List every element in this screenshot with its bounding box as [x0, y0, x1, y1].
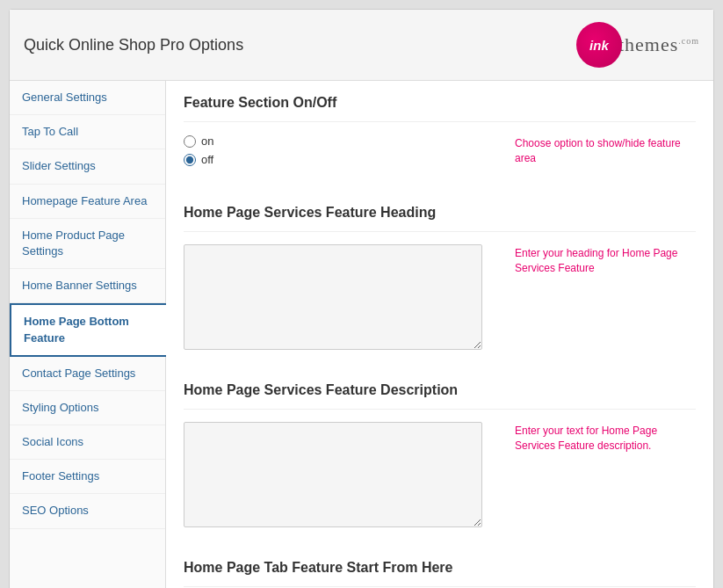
section-heading-services-feature-heading: Home Page Services Feature Heading [184, 192, 696, 232]
sidebar-item-contact-page-settings[interactable]: Contact Page Settings [10, 357, 165, 391]
sidebar-item-footer-settings[interactable]: Footer Settings [10, 460, 165, 494]
panel-body: General Settings Tap To Call Slider Sett… [10, 81, 713, 588]
sidebar-item-slider-settings[interactable]: Slider Settings [10, 149, 165, 184]
sidebar-item-styling-options[interactable]: Styling Options [10, 391, 165, 425]
section-heading-feature-onoff: Feature Section On/Off [184, 81, 696, 122]
field-row-feature-onoff: on off Choose option to show/hide featur… [184, 134, 696, 175]
sidebar-item-home-product-page-settings[interactable]: Home Product Page Settings [10, 219, 165, 269]
logo-themes: themes [618, 33, 678, 55]
field-left-services-feature-heading [184, 244, 502, 352]
sidebar-item-tap-to-call[interactable]: Tap To Call [10, 115, 165, 149]
field-left-services-feature-description [184, 422, 502, 530]
textarea-services-feature-description[interactable] [184, 422, 482, 527]
section-heading-services-feature-description: Home Page Services Feature Description [184, 370, 696, 410]
logo-circle: ink [576, 22, 622, 68]
sidebar-item-social-icons[interactable]: Social Icons [10, 425, 165, 460]
radio-off-label: off [201, 153, 213, 166]
sidebar-item-homepage-feature-area[interactable]: Homepage Feature Area [10, 185, 165, 219]
outer-wrapper: Quick Online Shop Pro Options ink themes… [0, 0, 723, 588]
radio-on-label: on [201, 134, 213, 148]
field-row-services-feature-description: Enter your text for Home Page Services F… [184, 422, 696, 530]
field-hint-feature-onoff: Choose option to show/hide feature area [502, 134, 696, 166]
field-hint-services-feature-description: Enter your text for Home Page Services F… [502, 422, 696, 454]
radio-input-off[interactable] [184, 154, 196, 166]
sidebar-item-seo-options[interactable]: SEO Options [10, 494, 165, 528]
main-content: Feature Section On/Off on off [166, 81, 713, 588]
textarea-services-feature-heading[interactable] [184, 244, 482, 350]
radio-group-feature-onoff: on off [184, 134, 502, 166]
radio-label-on[interactable]: on [184, 134, 502, 148]
logo-ink: ink [589, 38, 609, 53]
field-left-feature-onoff: on off [184, 134, 502, 175]
radio-label-off[interactable]: off [184, 153, 502, 166]
logo-themes-text: themes.com [618, 33, 699, 56]
panel: Quick Online Shop Pro Options ink themes… [9, 9, 714, 588]
panel-header: Quick Online Shop Pro Options ink themes… [10, 10, 713, 81]
sidebar-item-home-banner-settings[interactable]: Home Banner Settings [10, 269, 165, 303]
sidebar: General Settings Tap To Call Slider Sett… [10, 81, 166, 588]
field-hint-services-feature-heading: Enter your heading for Home Page Service… [502, 244, 696, 276]
logo-com: .com [678, 36, 699, 46]
field-row-services-feature-heading: Enter your heading for Home Page Service… [184, 244, 696, 352]
panel-title: Quick Online Shop Pro Options [24, 36, 243, 54]
sidebar-item-general-settings[interactable]: General Settings [10, 81, 165, 115]
section-heading-tab-feature-start: Home Page Tab Feature Start From Here [184, 548, 696, 587]
sidebar-item-home-page-bottom-feature[interactable]: Home Page Bottom Feature [10, 303, 166, 356]
radio-input-on[interactable] [184, 135, 196, 148]
logo-container: ink themes.com [576, 22, 699, 68]
